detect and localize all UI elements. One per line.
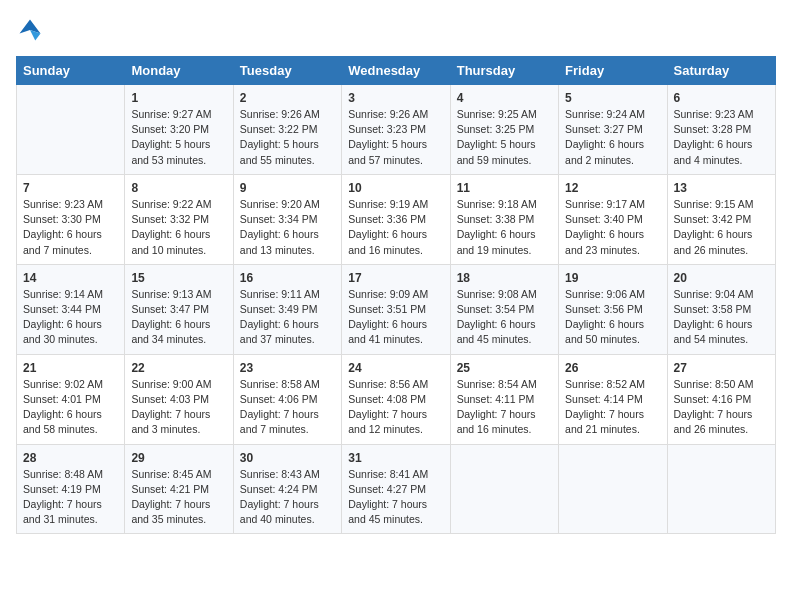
day-info: Sunrise: 8:54 AM Sunset: 4:11 PM Dayligh… [457,377,552,438]
day-number: 18 [457,271,552,285]
calendar-cell: 10Sunrise: 9:19 AM Sunset: 3:36 PM Dayli… [342,174,450,264]
day-number: 1 [131,91,226,105]
day-number: 12 [565,181,660,195]
day-number: 8 [131,181,226,195]
header-day-sunday: Sunday [17,57,125,85]
calendar-cell: 25Sunrise: 8:54 AM Sunset: 4:11 PM Dayli… [450,354,558,444]
logo-icon [16,16,44,44]
day-info: Sunrise: 9:24 AM Sunset: 3:27 PM Dayligh… [565,107,660,168]
calendar-cell: 9Sunrise: 9:20 AM Sunset: 3:34 PM Daylig… [233,174,341,264]
day-info: Sunrise: 9:17 AM Sunset: 3:40 PM Dayligh… [565,197,660,258]
logo [16,16,48,44]
day-info: Sunrise: 9:22 AM Sunset: 3:32 PM Dayligh… [131,197,226,258]
day-number: 4 [457,91,552,105]
calendar-cell: 5Sunrise: 9:24 AM Sunset: 3:27 PM Daylig… [559,85,667,175]
day-info: Sunrise: 9:11 AM Sunset: 3:49 PM Dayligh… [240,287,335,348]
day-number: 6 [674,91,769,105]
day-number: 27 [674,361,769,375]
header-day-monday: Monday [125,57,233,85]
day-number: 16 [240,271,335,285]
day-info: Sunrise: 9:26 AM Sunset: 3:22 PM Dayligh… [240,107,335,168]
day-number: 21 [23,361,118,375]
calendar-cell: 30Sunrise: 8:43 AM Sunset: 4:24 PM Dayli… [233,444,341,534]
day-number: 10 [348,181,443,195]
header-day-saturday: Saturday [667,57,775,85]
day-info: Sunrise: 9:08 AM Sunset: 3:54 PM Dayligh… [457,287,552,348]
calendar-cell: 20Sunrise: 9:04 AM Sunset: 3:58 PM Dayli… [667,264,775,354]
calendar-week-row: 7Sunrise: 9:23 AM Sunset: 3:30 PM Daylig… [17,174,776,264]
day-info: Sunrise: 9:09 AM Sunset: 3:51 PM Dayligh… [348,287,443,348]
day-number: 22 [131,361,226,375]
day-info: Sunrise: 9:25 AM Sunset: 3:25 PM Dayligh… [457,107,552,168]
calendar-week-row: 1Sunrise: 9:27 AM Sunset: 3:20 PM Daylig… [17,85,776,175]
day-info: Sunrise: 8:52 AM Sunset: 4:14 PM Dayligh… [565,377,660,438]
calendar-cell: 12Sunrise: 9:17 AM Sunset: 3:40 PM Dayli… [559,174,667,264]
header-day-thursday: Thursday [450,57,558,85]
calendar-cell: 14Sunrise: 9:14 AM Sunset: 3:44 PM Dayli… [17,264,125,354]
calendar-table: SundayMondayTuesdayWednesdayThursdayFrid… [16,56,776,534]
calendar-cell: 24Sunrise: 8:56 AM Sunset: 4:08 PM Dayli… [342,354,450,444]
day-number: 7 [23,181,118,195]
header-day-tuesday: Tuesday [233,57,341,85]
day-number: 2 [240,91,335,105]
day-number: 30 [240,451,335,465]
day-number: 28 [23,451,118,465]
day-number: 25 [457,361,552,375]
calendar-cell: 3Sunrise: 9:26 AM Sunset: 3:23 PM Daylig… [342,85,450,175]
day-info: Sunrise: 8:56 AM Sunset: 4:08 PM Dayligh… [348,377,443,438]
calendar-cell: 22Sunrise: 9:00 AM Sunset: 4:03 PM Dayli… [125,354,233,444]
header-day-wednesday: Wednesday [342,57,450,85]
day-info: Sunrise: 9:18 AM Sunset: 3:38 PM Dayligh… [457,197,552,258]
calendar-week-row: 28Sunrise: 8:48 AM Sunset: 4:19 PM Dayli… [17,444,776,534]
calendar-cell [17,85,125,175]
calendar-cell: 26Sunrise: 8:52 AM Sunset: 4:14 PM Dayli… [559,354,667,444]
calendar-cell [450,444,558,534]
day-info: Sunrise: 8:58 AM Sunset: 4:06 PM Dayligh… [240,377,335,438]
day-info: Sunrise: 9:00 AM Sunset: 4:03 PM Dayligh… [131,377,226,438]
day-number: 9 [240,181,335,195]
day-info: Sunrise: 8:41 AM Sunset: 4:27 PM Dayligh… [348,467,443,528]
day-number: 20 [674,271,769,285]
day-info: Sunrise: 9:23 AM Sunset: 3:30 PM Dayligh… [23,197,118,258]
day-number: 5 [565,91,660,105]
calendar-week-row: 21Sunrise: 9:02 AM Sunset: 4:01 PM Dayli… [17,354,776,444]
day-info: Sunrise: 9:02 AM Sunset: 4:01 PM Dayligh… [23,377,118,438]
day-info: Sunrise: 9:19 AM Sunset: 3:36 PM Dayligh… [348,197,443,258]
day-info: Sunrise: 8:45 AM Sunset: 4:21 PM Dayligh… [131,467,226,528]
calendar-cell: 16Sunrise: 9:11 AM Sunset: 3:49 PM Dayli… [233,264,341,354]
calendar-cell: 27Sunrise: 8:50 AM Sunset: 4:16 PM Dayli… [667,354,775,444]
calendar-cell: 2Sunrise: 9:26 AM Sunset: 3:22 PM Daylig… [233,85,341,175]
day-info: Sunrise: 9:27 AM Sunset: 3:20 PM Dayligh… [131,107,226,168]
calendar-cell: 15Sunrise: 9:13 AM Sunset: 3:47 PM Dayli… [125,264,233,354]
calendar-cell: 11Sunrise: 9:18 AM Sunset: 3:38 PM Dayli… [450,174,558,264]
day-number: 14 [23,271,118,285]
day-info: Sunrise: 8:50 AM Sunset: 4:16 PM Dayligh… [674,377,769,438]
svg-marker-0 [20,20,41,34]
day-info: Sunrise: 9:20 AM Sunset: 3:34 PM Dayligh… [240,197,335,258]
calendar-cell: 6Sunrise: 9:23 AM Sunset: 3:28 PM Daylig… [667,85,775,175]
day-info: Sunrise: 9:13 AM Sunset: 3:47 PM Dayligh… [131,287,226,348]
calendar-cell: 17Sunrise: 9:09 AM Sunset: 3:51 PM Dayli… [342,264,450,354]
calendar-cell: 7Sunrise: 9:23 AM Sunset: 3:30 PM Daylig… [17,174,125,264]
day-info: Sunrise: 9:14 AM Sunset: 3:44 PM Dayligh… [23,287,118,348]
day-info: Sunrise: 8:43 AM Sunset: 4:24 PM Dayligh… [240,467,335,528]
day-number: 15 [131,271,226,285]
page-header [16,16,776,44]
day-number: 3 [348,91,443,105]
day-info: Sunrise: 9:04 AM Sunset: 3:58 PM Dayligh… [674,287,769,348]
day-number: 11 [457,181,552,195]
day-number: 24 [348,361,443,375]
day-number: 19 [565,271,660,285]
calendar-week-row: 14Sunrise: 9:14 AM Sunset: 3:44 PM Dayli… [17,264,776,354]
day-info: Sunrise: 9:26 AM Sunset: 3:23 PM Dayligh… [348,107,443,168]
calendar-cell: 29Sunrise: 8:45 AM Sunset: 4:21 PM Dayli… [125,444,233,534]
day-number: 17 [348,271,443,285]
day-number: 13 [674,181,769,195]
day-number: 31 [348,451,443,465]
calendar-cell: 8Sunrise: 9:22 AM Sunset: 3:32 PM Daylig… [125,174,233,264]
day-number: 29 [131,451,226,465]
calendar-cell: 1Sunrise: 9:27 AM Sunset: 3:20 PM Daylig… [125,85,233,175]
day-number: 26 [565,361,660,375]
calendar-cell: 21Sunrise: 9:02 AM Sunset: 4:01 PM Dayli… [17,354,125,444]
calendar-cell: 19Sunrise: 9:06 AM Sunset: 3:56 PM Dayli… [559,264,667,354]
